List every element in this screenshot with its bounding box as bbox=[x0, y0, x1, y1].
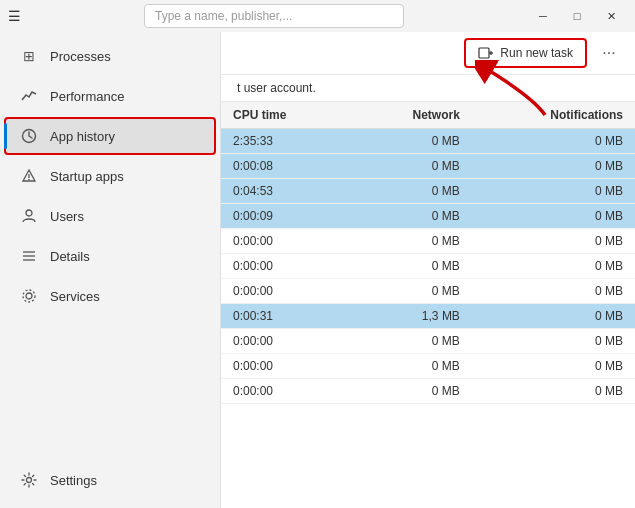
startup-apps-icon bbox=[20, 167, 38, 185]
table-row[interactable]: 0:04:530 MB0 MB bbox=[221, 179, 635, 204]
minimize-button[interactable]: ─ bbox=[527, 4, 559, 28]
sidebar-label-startup-apps: Startup apps bbox=[50, 169, 124, 184]
sidebar-item-app-history[interactable]: App history bbox=[4, 117, 216, 155]
sidebar-label-app-history: App history bbox=[50, 129, 115, 144]
title-bar: ☰ Type a name, publisher,... ─ □ ✕ bbox=[0, 0, 635, 32]
col-cpu-time: CPU time bbox=[221, 102, 352, 129]
sidebar-item-processes[interactable]: ⊞ Processes bbox=[4, 37, 216, 75]
account-notice: t user account. bbox=[221, 75, 635, 102]
cell-network: 0 MB bbox=[352, 154, 472, 179]
cell-notifications: 0 MB bbox=[472, 329, 635, 354]
content-area: Run new task ··· t user account. CPU t bbox=[220, 32, 635, 508]
cell-notifications: 0 MB bbox=[472, 379, 635, 404]
cell-cpu: 0:00:00 bbox=[221, 254, 352, 279]
cell-cpu: 0:00:00 bbox=[221, 354, 352, 379]
cell-notifications: 0 MB bbox=[472, 354, 635, 379]
cell-network: 0 MB bbox=[352, 204, 472, 229]
table-header-row: CPU time Network Notifications bbox=[221, 102, 635, 129]
run-task-icon bbox=[478, 45, 494, 61]
sidebar-bottom: Settings bbox=[0, 460, 220, 508]
table-row[interactable]: 0:00:000 MB0 MB bbox=[221, 254, 635, 279]
cell-notifications: 0 MB bbox=[472, 229, 635, 254]
cell-cpu: 0:04:53 bbox=[221, 179, 352, 204]
sidebar-label-details: Details bbox=[50, 249, 90, 264]
sidebar-item-settings[interactable]: Settings bbox=[4, 461, 216, 499]
cell-cpu: 2:35:33 bbox=[221, 129, 352, 154]
cell-notifications: 0 MB bbox=[472, 179, 635, 204]
svg-rect-10 bbox=[479, 48, 489, 58]
cell-notifications: 0 MB bbox=[472, 204, 635, 229]
app-history-icon bbox=[20, 127, 38, 145]
sidebar-label-processes: Processes bbox=[50, 49, 111, 64]
cell-notifications: 0 MB bbox=[472, 129, 635, 154]
performance-icon bbox=[20, 87, 38, 105]
cell-network: 0 MB bbox=[352, 329, 472, 354]
table-row[interactable]: 0:00:000 MB0 MB bbox=[221, 354, 635, 379]
cell-notifications: 0 MB bbox=[472, 254, 635, 279]
table-row[interactable]: 0:00:090 MB0 MB bbox=[221, 204, 635, 229]
toolbar: Run new task ··· bbox=[221, 32, 635, 75]
sidebar-label-settings: Settings bbox=[50, 473, 97, 488]
cell-cpu: 0:00:08 bbox=[221, 154, 352, 179]
col-notifications: Notifications bbox=[472, 102, 635, 129]
table-container[interactable]: CPU time Network Notifications 2:35:330 … bbox=[221, 102, 635, 508]
table-row[interactable]: 0:00:000 MB0 MB bbox=[221, 279, 635, 304]
app-history-table: CPU time Network Notifications 2:35:330 … bbox=[221, 102, 635, 404]
cell-notifications: 0 MB bbox=[472, 154, 635, 179]
services-icon bbox=[20, 287, 38, 305]
title-bar-left: ☰ bbox=[8, 8, 21, 24]
cell-cpu: 0:00:31 bbox=[221, 304, 352, 329]
cell-cpu: 0:00:00 bbox=[221, 379, 352, 404]
main-layout: ⊞ Processes Performance App history bbox=[0, 32, 635, 508]
maximize-button[interactable]: □ bbox=[561, 4, 593, 28]
search-box[interactable]: Type a name, publisher,... bbox=[144, 4, 404, 28]
cell-notifications: 0 MB bbox=[472, 304, 635, 329]
users-icon bbox=[20, 207, 38, 225]
details-icon bbox=[20, 247, 38, 265]
sidebar-item-performance[interactable]: Performance bbox=[4, 77, 216, 115]
table-row[interactable]: 0:00:000 MB0 MB bbox=[221, 229, 635, 254]
table-row[interactable]: 2:35:330 MB0 MB bbox=[221, 129, 635, 154]
sidebar: ⊞ Processes Performance App history bbox=[0, 32, 220, 508]
table-row[interactable]: 0:00:080 MB0 MB bbox=[221, 154, 635, 179]
cell-network: 0 MB bbox=[352, 379, 472, 404]
cell-cpu: 0:00:00 bbox=[221, 279, 352, 304]
svg-point-9 bbox=[27, 478, 32, 483]
sidebar-item-startup-apps[interactable]: Startup apps bbox=[4, 157, 216, 195]
cell-cpu: 0:00:09 bbox=[221, 204, 352, 229]
cell-notifications: 0 MB bbox=[472, 279, 635, 304]
window-controls: ─ □ ✕ bbox=[527, 4, 627, 28]
svg-point-2 bbox=[28, 179, 30, 181]
cell-network: 0 MB bbox=[352, 229, 472, 254]
col-network: Network bbox=[352, 102, 472, 129]
sidebar-item-details[interactable]: Details bbox=[4, 237, 216, 275]
cell-cpu: 0:00:00 bbox=[221, 229, 352, 254]
sidebar-item-users[interactable]: Users bbox=[4, 197, 216, 235]
table-row[interactable]: 0:00:311,3 MB0 MB bbox=[221, 304, 635, 329]
cell-network: 0 MB bbox=[352, 254, 472, 279]
close-button[interactable]: ✕ bbox=[595, 4, 627, 28]
cell-cpu: 0:00:00 bbox=[221, 329, 352, 354]
sidebar-label-services: Services bbox=[50, 289, 100, 304]
run-new-task-label: Run new task bbox=[500, 46, 573, 60]
cell-network: 0 MB bbox=[352, 279, 472, 304]
title-search-area: Type a name, publisher,... bbox=[21, 4, 527, 28]
cell-network: 0 MB bbox=[352, 354, 472, 379]
cell-network: 0 MB bbox=[352, 129, 472, 154]
run-new-task-button[interactable]: Run new task bbox=[464, 38, 587, 68]
sidebar-item-services[interactable]: Services bbox=[4, 277, 216, 315]
table-row[interactable]: 0:00:000 MB0 MB bbox=[221, 329, 635, 354]
settings-icon bbox=[20, 471, 38, 489]
svg-point-7 bbox=[26, 293, 32, 299]
cell-network: 0 MB bbox=[352, 179, 472, 204]
cell-network: 1,3 MB bbox=[352, 304, 472, 329]
table-row[interactable]: 0:00:000 MB0 MB bbox=[221, 379, 635, 404]
hamburger-icon[interactable]: ☰ bbox=[8, 8, 21, 24]
more-options-button[interactable]: ··· bbox=[595, 39, 623, 67]
sidebar-label-performance: Performance bbox=[50, 89, 124, 104]
sidebar-label-users: Users bbox=[50, 209, 84, 224]
processes-icon: ⊞ bbox=[20, 47, 38, 65]
svg-point-3 bbox=[26, 210, 32, 216]
svg-point-8 bbox=[23, 290, 35, 302]
